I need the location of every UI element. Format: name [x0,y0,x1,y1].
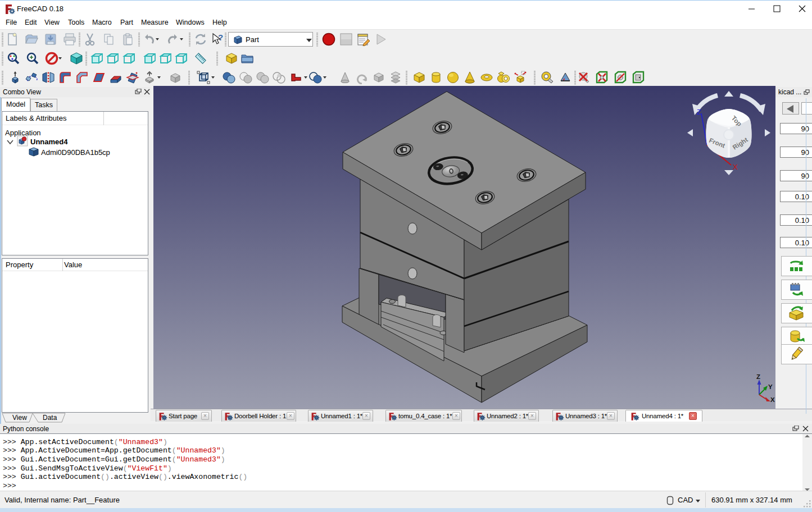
svg-text:Z: Z [697,108,701,116]
svg-text:X: X [733,163,738,171]
svg-text:Z: Z [756,373,760,380]
svg-text:Data: Data [43,414,57,422]
svg-text:?: ? [218,33,223,42]
svg-text:X: X [770,396,775,403]
svg-text:View: View [12,414,27,422]
svg-text:Y: Y [768,383,773,390]
